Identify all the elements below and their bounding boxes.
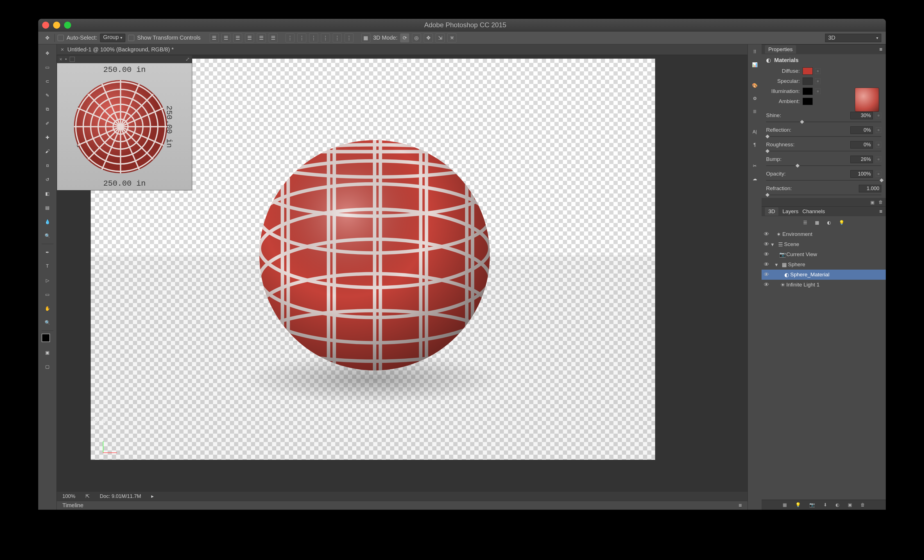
shape-tool[interactable]: ▭ [41, 287, 54, 301]
reflection-texmenu-icon[interactable]: ▫ [876, 127, 881, 133]
bump-texmenu-icon[interactable]: ▫ [876, 156, 881, 162]
ambient-swatch[interactable] [802, 98, 813, 105]
align-top-icon[interactable]: ☰ [245, 33, 254, 42]
document-tab[interactable]: × Untitled-1 @ 100% (Background, RGB/8) … [57, 44, 747, 55]
distribute-d-icon[interactable]: ⋮ [321, 33, 330, 42]
healing-tool[interactable]: ✚ [41, 130, 54, 144]
filter-material-icon[interactable]: ◐ [827, 220, 831, 225]
brush-tool[interactable]: 🖌 [41, 145, 54, 158]
gradient-tool[interactable]: ▤ [41, 201, 54, 214]
eye-icon[interactable]: 👁 [762, 231, 771, 237]
panel-menu-icon-2[interactable]: ≡ [879, 208, 882, 214]
panel-bot-e-icon[interactable]: ◐ [836, 502, 839, 508]
histogram-icon[interactable]: 📊 [750, 60, 760, 70]
tab-channels[interactable]: Channels [802, 208, 825, 214]
distribute-e-icon[interactable]: ⋮ [333, 33, 342, 42]
quickmask-toggle[interactable]: ▣ [41, 346, 54, 359]
distribute-b-icon[interactable]: ⋮ [297, 33, 306, 42]
paragraph-icon[interactable]: ¶ [750, 140, 760, 150]
zoom-level[interactable]: 100% [62, 493, 75, 499]
auto-select-dropdown[interactable]: Group ▾ [100, 34, 125, 42]
marquee-tool[interactable]: ▭ [41, 60, 54, 74]
diffuse-swatch[interactable] [802, 67, 813, 75]
panel-bot-d-icon[interactable]: ⬇ [824, 502, 827, 508]
diffuse-texmenu-icon[interactable]: ▫ [815, 68, 820, 74]
status-expand-icon[interactable]: ⇱ [86, 493, 90, 499]
opacity-texmenu-icon[interactable]: ▫ [876, 171, 881, 177]
quick-select-tool[interactable]: ✎ [41, 88, 54, 102]
styles-icon[interactable]: ≣ [750, 106, 760, 116]
scale-3d-icon[interactable]: ⤧ [447, 33, 456, 42]
align-bottom-icon[interactable]: ☰ [268, 33, 278, 42]
tab-3d[interactable]: 3D [765, 207, 778, 216]
path-select-tool[interactable]: ▷ [41, 274, 54, 287]
shine-input[interactable] [850, 112, 873, 119]
trash-icon[interactable]: 🗑 [879, 200, 883, 205]
shine-texmenu-icon[interactable]: ▫ [876, 112, 881, 118]
dodge-tool[interactable]: 🔍 [41, 229, 54, 243]
canvas-area[interactable]: ☀ [57, 55, 747, 492]
roughness-input[interactable] [850, 141, 873, 148]
character-icon[interactable]: A| [750, 127, 760, 137]
panel-bot-b-icon[interactable]: 💡 [795, 502, 801, 508]
bump-input[interactable] [850, 156, 873, 163]
brush-panel-icon[interactable]: 🎨 [750, 80, 760, 90]
panel-bot-c-icon[interactable]: 📷 [809, 502, 815, 508]
material-preview[interactable] [855, 88, 879, 112]
pen-tool[interactable]: ✒ [41, 246, 54, 259]
hand-tool[interactable]: ✋ [41, 302, 54, 315]
specular-swatch[interactable] [802, 78, 813, 85]
pan-icon[interactable]: ✥ [101, 416, 107, 425]
panel-bot-new-icon[interactable]: ▣ [848, 502, 852, 508]
align-vcenter-icon[interactable]: ☰ [257, 33, 266, 42]
auto-align-icon[interactable]: ▦ [362, 33, 370, 42]
render-settings-icon[interactable]: ▣ [870, 200, 874, 205]
align-hcenter-icon[interactable]: ☰ [222, 33, 231, 42]
workspace-switcher[interactable]: 3D▾ [825, 34, 881, 42]
dolly-icon[interactable]: ↕ [110, 416, 114, 425]
illumination-swatch[interactable] [802, 88, 813, 95]
show-transform-checkbox[interactable] [128, 35, 134, 41]
type-tool[interactable]: T [41, 259, 54, 273]
tree-sphere[interactable]: Sphere [788, 262, 805, 268]
uv-close-icon[interactable]: × [59, 57, 62, 62]
eye-icon[interactable]: 👁 [762, 272, 771, 278]
stamp-tool[interactable]: ⧈ [41, 159, 54, 172]
dock-handle-icon[interactable]: ⠿ [750, 46, 760, 57]
panel-menu-icon[interactable]: ≡ [879, 46, 882, 52]
tree-infinite-light[interactable]: Infinite Light 1 [786, 281, 819, 288]
roughness-texmenu-icon[interactable]: ▫ [876, 142, 881, 147]
align-right-icon[interactable]: ☰ [233, 33, 242, 42]
close-window-icon[interactable] [42, 22, 49, 28]
uv-overlay-panel[interactable]: × • ⤢ 250.00 in 250.00 in 250.00 in 250.… [57, 55, 192, 190]
zoom-window-icon[interactable] [64, 22, 71, 28]
tree-sphere-material[interactable]: Sphere_Material [790, 272, 829, 278]
timeline-menu-icon[interactable]: ≡ [738, 502, 742, 509]
roll-3d-icon[interactable]: ◎ [412, 33, 421, 42]
auto-select-checkbox[interactable] [58, 35, 64, 41]
filter-light-icon[interactable]: 💡 [839, 220, 844, 225]
blur-tool[interactable]: 💧 [41, 215, 54, 228]
screenmode-toggle[interactable]: ▢ [41, 360, 54, 373]
tab-layers[interactable]: Layers [782, 208, 798, 214]
eye-icon[interactable]: 👁 [762, 241, 771, 247]
drag-3d-icon[interactable]: ✥ [424, 33, 433, 42]
eyedropper-tool[interactable]: ✐ [41, 117, 54, 130]
status-more-icon[interactable]: ▸ [151, 493, 154, 499]
color-swatches[interactable] [42, 334, 53, 346]
eye-icon[interactable]: 👁 [762, 281, 771, 288]
sphere-object[interactable] [260, 140, 490, 370]
distribute-c-icon[interactable]: ⋮ [309, 33, 318, 42]
align-left-icon[interactable]: ☰ [210, 33, 219, 42]
tree-environment[interactable]: Environment [782, 231, 812, 237]
tree-current-view[interactable]: Current View [786, 252, 817, 258]
illumination-texmenu-icon[interactable]: ▫ [815, 88, 820, 94]
panel-bot-trash-icon[interactable]: 🗑 [861, 502, 865, 508]
eraser-tool[interactable]: ◧ [41, 187, 54, 200]
specular-texmenu-icon[interactable]: ▫ [815, 78, 820, 84]
lasso-tool[interactable]: ⊂ [41, 75, 54, 88]
uv-expand-icon[interactable]: ⤢ [186, 56, 190, 62]
timeline-panel[interactable]: Timeline ≡ [57, 501, 747, 510]
panel-bot-a-icon[interactable]: ▦ [783, 502, 787, 508]
slide-3d-icon[interactable]: ⇲ [436, 33, 445, 42]
